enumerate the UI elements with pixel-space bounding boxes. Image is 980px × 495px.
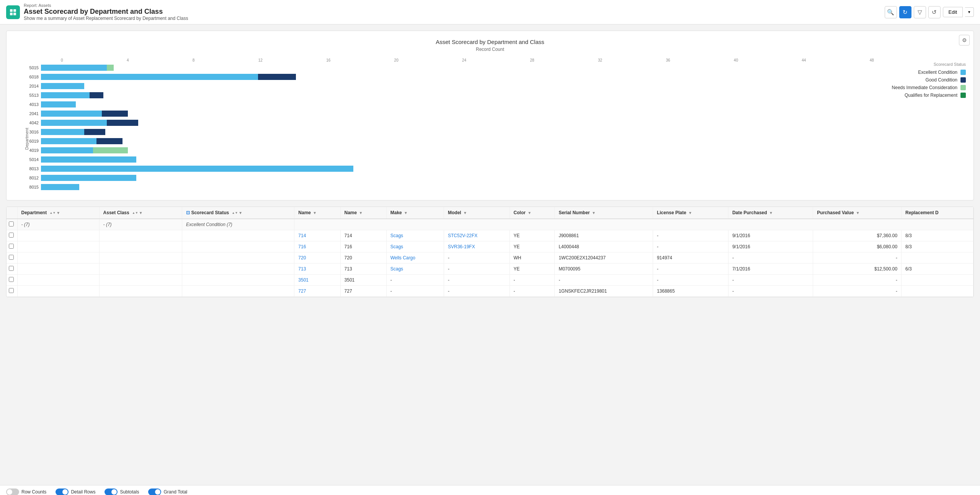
bar-segment	[41, 65, 107, 71]
td-make[interactable]: Scags	[386, 230, 444, 241]
row-counts-toggle[interactable]	[6, 488, 19, 495]
td-model[interactable]: STC52V-22FX	[444, 230, 510, 241]
td-name1[interactable]: 720	[294, 252, 340, 264]
header-actions: 🔍 ↻ ▽ ↺ Edit ▾	[885, 6, 974, 18]
bar-dept-label: 8013	[26, 166, 41, 171]
bar-segment	[41, 156, 136, 163]
td-make[interactable]: Scags	[386, 241, 444, 252]
edit-button[interactable]: Edit	[943, 7, 963, 17]
search-button[interactable]: 🔍	[885, 6, 897, 18]
td-color: -	[510, 275, 555, 286]
row-checkbox[interactable]	[9, 277, 14, 282]
bar-track[interactable]	[41, 92, 874, 98]
td-name1[interactable]: 3501	[294, 275, 340, 286]
table-row: 713 713 Scags - YE M0700095 - 7/1/2016 $…	[7, 264, 973, 275]
bar-track[interactable]	[41, 175, 874, 181]
subtotals-toggle-group: Subtotals	[105, 488, 139, 495]
td-model[interactable]: SVR36-19FX	[444, 241, 510, 252]
bar-dept-label: 8012	[26, 176, 41, 180]
chart-settings-button[interactable]: ⚙	[959, 35, 970, 46]
td-purchased-value: -	[813, 275, 902, 286]
row-checkbox[interactable]	[9, 221, 14, 226]
td-make[interactable]: Wells Cargo	[386, 252, 444, 264]
edit-caret-button[interactable]: ▾	[965, 7, 974, 17]
bar-track[interactable]	[41, 111, 874, 117]
app-header: Report: Assets Asset Scorecard by Depart…	[0, 0, 980, 24]
td-asset-class	[99, 252, 182, 264]
tick-4: 4	[127, 58, 129, 62]
tick-0: 0	[61, 58, 63, 62]
td-checkbox[interactable]	[7, 230, 17, 241]
bar-dept-label: 5513	[26, 93, 41, 98]
row-counts-toggle-group: Row Counts	[6, 488, 46, 495]
bar-row: 2014	[26, 82, 874, 90]
row-checkbox[interactable]	[9, 233, 14, 238]
page-title: Asset Scorecard by Department and Class	[24, 8, 188, 16]
bar-segment	[41, 83, 84, 89]
th-serial-number[interactable]: Serial Number ▼	[555, 207, 653, 219]
detail-rows-toggle-group: Detail Rows	[56, 488, 95, 495]
th-model[interactable]: Model ▼	[444, 207, 510, 219]
th-make[interactable]: Make ▼	[386, 207, 444, 219]
td-make: -	[386, 275, 444, 286]
bar-track[interactable]	[41, 156, 874, 163]
subtotals-toggle[interactable]	[105, 488, 118, 495]
td-asset-class	[99, 286, 182, 297]
bar-dept-label: 4013	[26, 102, 41, 107]
bar-track[interactable]	[41, 65, 874, 71]
td-name1[interactable]: 716	[294, 241, 340, 252]
th-asset-class[interactable]: Asset Class ▲▼▼	[99, 207, 182, 219]
row-checkbox[interactable]	[9, 266, 14, 271]
td-replacement-d	[902, 252, 973, 264]
bar-track[interactable]	[41, 74, 874, 80]
bar-track[interactable]	[41, 166, 874, 172]
th-department[interactable]: Department ▲▼▼	[17, 207, 99, 219]
td-checkbox[interactable]	[7, 241, 17, 252]
td-name1[interactable]: 727	[294, 286, 340, 297]
th-scorecard-status[interactable]: ⊡ Scorecard Status ▲▼▼	[182, 207, 294, 219]
th-license-plate[interactable]: License Plate ▼	[653, 207, 728, 219]
td-scorecard-status	[182, 264, 294, 275]
td-make[interactable]: Scags	[386, 264, 444, 275]
footer-bar: Row Counts Detail Rows Subtotals Grand T…	[0, 485, 980, 495]
th-name1[interactable]: Name ▼	[294, 207, 340, 219]
bar-track[interactable]	[41, 83, 874, 89]
row-checkbox[interactable]	[9, 255, 14, 260]
bar-dept-label: 5015	[26, 65, 41, 70]
page-subtitle: Show me a summary of Asset Replacement S…	[24, 16, 188, 21]
td-checkbox[interactable]	[7, 275, 17, 286]
bar-track[interactable]	[41, 129, 874, 135]
tick-32: 32	[598, 58, 602, 62]
th-date-purchased[interactable]: Date Purchased ▼	[728, 207, 813, 219]
bar-track[interactable]	[41, 138, 874, 144]
legend-color	[960, 93, 966, 98]
th-purchased-value[interactable]: Purchased Value ▼	[813, 207, 902, 219]
chart-title: Asset Scorecard by Department and Class	[14, 39, 966, 45]
table-row: 727 727 - - - 1GNSKFEC2JR219801 1368865 …	[7, 286, 973, 297]
row-checkbox[interactable]	[9, 288, 14, 293]
td-license-plate: -	[653, 264, 728, 275]
td-license-plate: -	[653, 230, 728, 241]
td-name1[interactable]: 713	[294, 264, 340, 275]
reload-button[interactable]: ↺	[928, 6, 941, 18]
th-replacement-d[interactable]: Replacement D	[902, 207, 973, 219]
row-checkbox[interactable]	[9, 244, 14, 249]
bar-row: 5513	[26, 91, 874, 99]
grand-total-toggle[interactable]	[148, 488, 161, 495]
td-checkbox[interactable]	[7, 219, 17, 230]
bar-track[interactable]	[41, 184, 874, 190]
bar-track[interactable]	[41, 147, 874, 153]
bar-track[interactable]	[41, 101, 874, 107]
td-checkbox[interactable]	[7, 286, 17, 297]
td-checkbox[interactable]	[7, 264, 17, 275]
refresh-active-button[interactable]: ↻	[899, 6, 911, 18]
data-table: Department ▲▼▼ Asset Class ▲▼▼ ⊡ Scoreca…	[7, 207, 973, 297]
bar-track[interactable]	[41, 120, 874, 126]
td-name1[interactable]: 714	[294, 230, 340, 241]
th-name2[interactable]: Name ▼	[340, 207, 386, 219]
td-checkbox[interactable]	[7, 252, 17, 264]
td-asset-class	[99, 275, 182, 286]
filter-button[interactable]: ▽	[914, 6, 926, 18]
th-color[interactable]: Color ▼	[510, 207, 555, 219]
detail-rows-toggle[interactable]	[56, 488, 69, 495]
